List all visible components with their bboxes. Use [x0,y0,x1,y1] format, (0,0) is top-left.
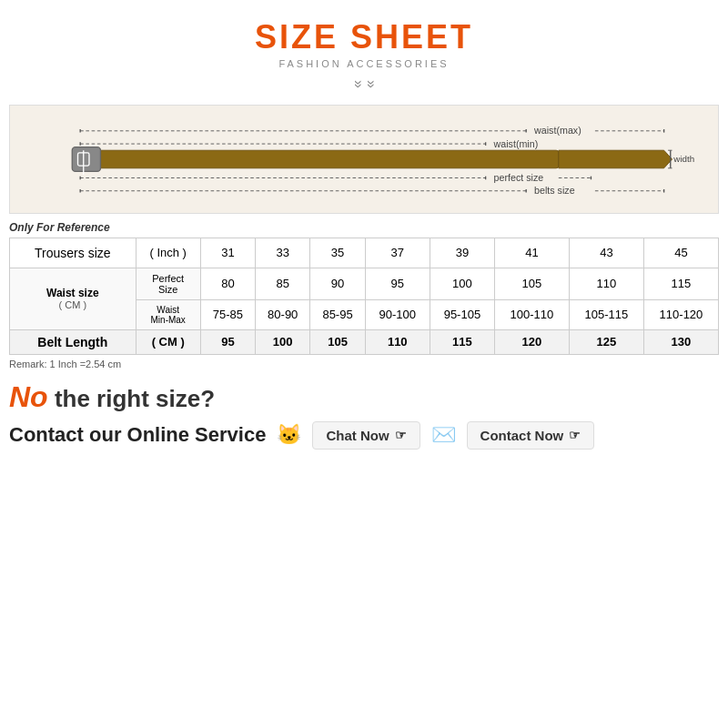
bl-45: 130 [643,329,718,354]
trousers-row: Trousers size ( Inch ) 31 33 35 37 39 41… [10,238,719,268]
waist-minmax-sublabel: WaistMin-Max [136,299,200,329]
ps-39: 100 [430,268,494,299]
size-table: Trousers size ( Inch ) 31 33 35 37 39 41… [9,238,719,355]
svg-rect-10 [80,150,559,168]
svg-text:belts size: belts size [534,185,575,196]
wm-43: 105-115 [569,299,643,329]
belt-length-unit: ( CM ) [136,329,200,354]
wm-45: 110-120 [643,299,718,329]
chevron-down-icon: »» [351,80,378,88]
ps-33: 85 [256,268,310,299]
no-word: No [9,380,48,413]
ps-41: 105 [494,268,569,299]
svg-text:width: width [672,153,694,163]
header: SIZE SHEET FASHION ACCESSORIES »» [9,18,719,99]
wm-41: 100-110 [494,299,569,329]
col-35: 35 [310,238,365,268]
col-41: 41 [494,238,569,268]
bl-37: 110 [365,329,430,354]
inch-label: ( Inch ) [136,238,200,268]
bl-43: 125 [569,329,643,354]
wm-37: 90-100 [365,299,430,329]
bl-31: 95 [200,329,255,354]
chat-now-label: Chat Now [326,428,389,443]
col-37: 37 [365,238,430,268]
wm-35: 85-95 [310,299,365,329]
page-container: SIZE SHEET FASHION ACCESSORIES »» waist(… [0,0,728,728]
wm-31: 75-85 [200,299,255,329]
col-33: 33 [256,238,310,268]
mail-emoji-icon: ✉️ [431,423,456,447]
ps-35: 90 [310,268,365,299]
bl-35: 105 [310,329,365,354]
no-right-size-section: No the right size? Contact our Online Se… [9,380,719,450]
ps-45: 115 [643,268,718,299]
svg-text:waist(max): waist(max) [533,125,581,136]
svg-text:waist(min): waist(min) [493,137,539,148]
bl-41: 120 [494,329,569,354]
contact-line: Contact our Online Service 🐱 Chat Now ☞ … [9,421,719,450]
ps-37: 95 [365,268,430,299]
ps-31: 80 [200,268,255,299]
ps-43: 110 [569,268,643,299]
chat-now-button[interactable]: Chat Now ☞ [312,421,420,450]
reference-text: Only For Reference [9,221,719,234]
col-43: 43 [569,238,643,268]
col-39: 39 [430,238,494,268]
belt-diagram: waist(max) waist(min) [9,105,719,214]
no-right-size-heading: No the right size? [9,380,719,414]
perfect-size-row: Waist size ( CM ) PerfectSize 80 85 90 9… [10,268,719,299]
contact-now-button[interactable]: Contact Now ☞ [467,421,595,450]
contact-now-label: Contact Now [480,428,564,443]
hand-icon-contact: ☞ [569,428,581,442]
no-right-size-rest: the right size? [48,385,215,412]
bl-39: 115 [430,329,494,354]
hand-icon-chat: ☞ [395,428,407,442]
bl-33: 100 [256,329,310,354]
perfect-size-sublabel: PerfectSize [136,268,200,299]
trousers-size-label: Trousers size [10,238,136,268]
col-45: 45 [643,238,718,268]
chat-emoji-icon: 🐱 [277,423,301,447]
waist-size-label: Waist size ( CM ) [10,268,136,329]
page-subtitle: FASHION ACCESSORIES [9,58,719,69]
svg-text:perfect size: perfect size [494,172,544,183]
col-31: 31 [200,238,255,268]
svg-marker-19 [559,150,672,168]
belt-length-label: Belt Length [10,329,136,354]
contact-our-online-service-label: Contact our Online Service [9,423,266,447]
wm-33: 80-90 [256,299,310,329]
svg-rect-11 [72,147,100,171]
wm-39: 95-105 [430,299,494,329]
remark-text: Remark: 1 Inch =2.54 cm [9,359,719,369]
page-title: SIZE SHEET [9,18,719,56]
belt-length-row: Belt Length ( CM ) 95 100 105 110 115 12… [10,329,719,354]
